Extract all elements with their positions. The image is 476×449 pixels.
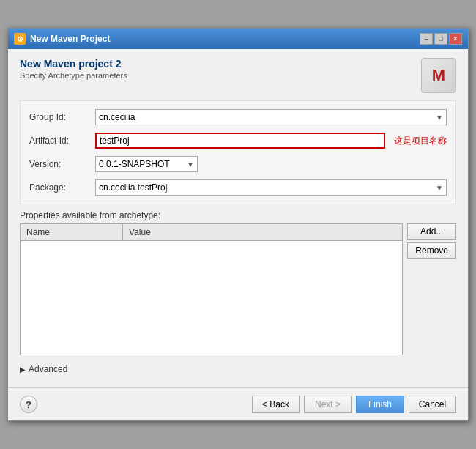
artifact-id-row: Artifact Id: 这是项目名称: [29, 132, 447, 149]
table-header: Name Value: [21, 224, 402, 241]
title-bar: ⚙ New Maven Project – □ ✕: [8, 29, 468, 49]
next-button[interactable]: Next >: [304, 396, 352, 413]
artifact-id-label: Artifact Id:: [29, 136, 95, 146]
advanced-label: Advanced: [29, 364, 67, 374]
version-value: 0.0.1-SNAPSHOT: [99, 159, 170, 169]
package-label: Package:: [29, 182, 95, 193]
minimize-button[interactable]: –: [420, 33, 433, 45]
back-button[interactable]: < Back: [252, 396, 300, 413]
advanced-arrow-icon: ▶: [20, 365, 26, 374]
version-label: Version:: [29, 159, 95, 169]
table-buttons: Add... Remove: [407, 223, 456, 355]
artifact-id-input[interactable]: [95, 133, 385, 149]
remove-button[interactable]: Remove: [407, 242, 456, 259]
group-id-arrow: ▼: [436, 114, 443, 122]
footer: ? < Back Next > Finish Cancel: [8, 387, 468, 420]
title-bar-controls: – □ ✕: [420, 33, 462, 45]
header-text: New Maven project 2 Specify Archetype pa…: [20, 58, 127, 80]
version-row: Version: 0.0.1-SNAPSHOT ▼: [29, 155, 447, 173]
table-body: [21, 241, 402, 351]
group-id-dropdown[interactable]: cn.cecilia ▼: [95, 109, 447, 125]
close-button[interactable]: ✕: [449, 33, 462, 45]
finish-button[interactable]: Finish: [356, 396, 404, 413]
artifact-annotation: 这是项目名称: [394, 135, 447, 147]
group-id-row: Group Id: cn.cecilia ▼: [29, 108, 447, 126]
package-dropdown[interactable]: cn.cecilia.testProj ▼: [95, 179, 447, 196]
main-window: ⚙ New Maven Project – □ ✕ New Maven proj…: [7, 28, 469, 421]
version-dropdown[interactable]: 0.0.1-SNAPSHOT ▼: [95, 156, 198, 172]
dialog-subtitle: Specify Archetype parameters: [20, 71, 127, 80]
window-title: New Maven Project: [30, 34, 110, 44]
title-bar-left: ⚙ New Maven Project: [14, 33, 110, 45]
footer-buttons: < Back Next > Finish Cancel: [252, 396, 456, 413]
form-section: Group Id: cn.cecilia ▼ Artifact Id: 这是项目…: [20, 100, 456, 204]
properties-section: Properties available from archetype: Nam…: [20, 210, 456, 355]
advanced-section[interactable]: ▶ Advanced: [20, 360, 456, 379]
properties-label: Properties available from archetype:: [20, 210, 456, 220]
version-arrow: ▼: [187, 160, 194, 168]
maximize-button[interactable]: □: [434, 33, 447, 45]
col-value: Value: [123, 224, 402, 240]
col-name: Name: [21, 224, 123, 240]
properties-table: Name Value: [20, 223, 403, 355]
package-arrow: ▼: [436, 184, 443, 192]
dialog-content: New Maven project 2 Specify Archetype pa…: [8, 49, 468, 387]
properties-container: Name Value Add... Remove: [20, 223, 456, 355]
dialog-title: New Maven project 2: [20, 58, 127, 70]
group-id-value: cn.cecilia: [99, 112, 135, 122]
cancel-button[interactable]: Cancel: [409, 396, 456, 413]
package-value: cn.cecilia.testProj: [99, 182, 167, 193]
footer-left: ?: [20, 396, 37, 413]
package-row: Package: cn.cecilia.testProj ▼: [29, 179, 447, 196]
help-button[interactable]: ?: [20, 396, 37, 413]
header-section: New Maven project 2 Specify Archetype pa…: [20, 58, 456, 93]
maven-icon: M: [421, 58, 456, 93]
group-id-label: Group Id:: [29, 112, 95, 122]
window-icon: ⚙: [14, 33, 26, 45]
add-button[interactable]: Add...: [407, 223, 456, 240]
